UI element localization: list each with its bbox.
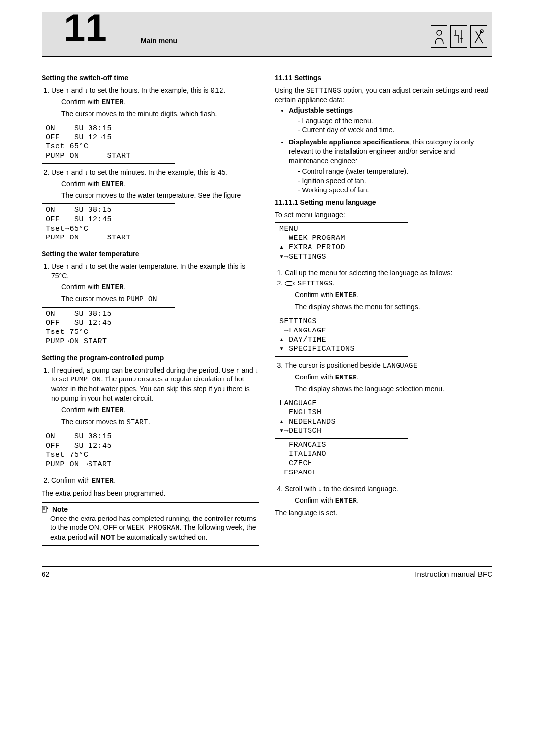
heading-pump: Setting the program-controlled pump xyxy=(42,353,259,363)
language-set: The language is set. xyxy=(275,508,492,518)
lcd-display-3: ON SU 08:15 OFF SU 12:45 Tset 75°C PUMP→… xyxy=(42,307,175,349)
chapter-title: Main menu xyxy=(141,36,177,46)
lang-intro: To set menu language: xyxy=(275,210,492,220)
lang-step-4: Scroll with ↓ to the desired language. C… xyxy=(285,484,492,506)
adjustable-settings: Adjustable settings Language of the menu… xyxy=(289,106,492,135)
arrow-up-icon: ↑ xyxy=(236,366,240,374)
arrow-up-icon: ↑ xyxy=(66,168,69,176)
watertemp-step-1: Use ↑ and ↓ to set the water temperature… xyxy=(51,262,259,304)
lang-step-2: : SETTINGS. Confirm with ENTER. The disp… xyxy=(285,279,492,312)
switchoff-step-1: Use ↑ and ↓ to set the hours. In the exa… xyxy=(51,86,259,119)
heading-menu-language: 11.11.1 Setting menu language xyxy=(275,198,492,207)
note-block: Note Once the extra period has completed… xyxy=(42,502,259,546)
scroll-icon xyxy=(285,281,294,286)
chapter-number: 11 xyxy=(64,8,107,47)
disp-item: Control range (water temperature). xyxy=(307,167,492,176)
note-label: Note xyxy=(52,505,68,513)
arrow-down-icon: ↓ xyxy=(85,168,88,176)
arrow-down-icon: ↓ xyxy=(318,485,322,493)
lcd-display-4: ON SU 08:15 OFF SU 12:45 Tset 75°C PUMP … xyxy=(42,430,175,472)
manual-title: Instruction manual BFC xyxy=(415,569,492,579)
switchoff-step-2: Use ↑ and ↓ to set the minutes. In the e… xyxy=(51,168,259,201)
arrow-down-icon: ↓ xyxy=(85,262,88,270)
page-footer: 62 Instruction manual BFC xyxy=(42,566,492,579)
adj-item: Current day of week and time. xyxy=(307,125,492,135)
lcd-menu: MENU WEEK PROGRAM ▴ EXTRA PERIOD ▾→SETTI… xyxy=(275,222,408,264)
disp-item: Ignition speed of fan. xyxy=(307,176,492,186)
chapter-header: 11 Main menu xyxy=(42,12,492,57)
pump-step-2: Confirm with ENTER. xyxy=(51,476,259,486)
arrow-up-icon: ↑ xyxy=(66,86,69,94)
tools-icon xyxy=(470,25,487,48)
svg-point-0 xyxy=(437,30,442,35)
lcd-display-1: ON SU 08:15 OFF SU 12→15 Tset 65°C PUMP … xyxy=(42,122,175,164)
heading-water-temp: Setting the water temperature xyxy=(42,249,259,259)
arrow-down-icon: ↓ xyxy=(255,366,259,374)
pipe-icon xyxy=(450,25,467,48)
lcd-display-2: ON SU 08:15 OFF SU 12:45 Tset→65°C PUMP … xyxy=(42,203,175,245)
header-icon-group xyxy=(431,25,487,48)
lang-step-3: The cursor is positioned beside LANGUAGE… xyxy=(285,361,492,394)
arrow-up-icon: ↑ xyxy=(66,262,69,270)
note-body: Once the extra period has completed runn… xyxy=(50,514,259,543)
lang-step-1: Call up the menu for selecting the langu… xyxy=(285,268,492,278)
pump-step-1: If required, a pump can be controlled du… xyxy=(51,366,259,427)
displayable-specs: Displayable appliance specifications, th… xyxy=(289,138,492,194)
extra-period-done: The extra period has been programmed. xyxy=(42,489,259,498)
left-column: Setting the switch-off time Use ↑ and ↓ … xyxy=(42,71,259,546)
lcd-language-menu: LANGUAGE ENGLISH ▴ NEDERLANDS ▾→DEUTSCH xyxy=(275,397,408,439)
page-number: 62 xyxy=(42,569,50,579)
user-icon xyxy=(431,25,447,48)
arrow-down-icon: ↓ xyxy=(85,86,88,94)
svg-rect-2 xyxy=(42,506,46,512)
disp-item: Working speed of fan. xyxy=(307,186,492,195)
heading-settings: 11.11 Settings xyxy=(275,73,492,83)
note-icon xyxy=(42,506,48,513)
lcd-settings-menu: SETTINGS →LANGUAGE ▴ DAY/TIME ▾ SPECIFIC… xyxy=(275,315,408,357)
right-column: 11.11 Settings Using the SETTINGS option… xyxy=(275,71,492,546)
heading-switch-off: Setting the switch-off time xyxy=(42,73,259,83)
adj-item: Language of the menu. xyxy=(307,116,492,126)
settings-intro: Using the SETTINGS option, you can adjus… xyxy=(275,86,492,105)
lcd-language-extra: FRANCAIS ITALIANO CZECH ESPANOL xyxy=(275,439,408,480)
